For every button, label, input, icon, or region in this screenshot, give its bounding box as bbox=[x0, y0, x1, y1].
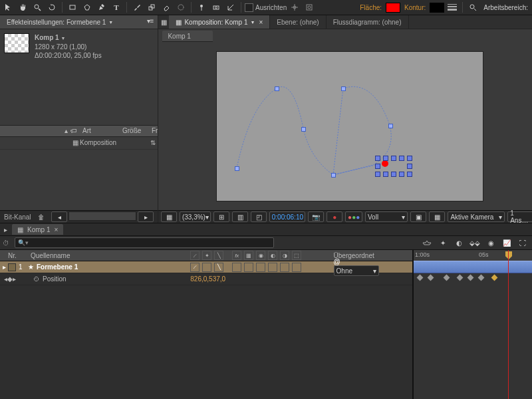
property-row[interactable]: ◂◆▸ ⏲ Position 826,0,537,0 bbox=[0, 273, 412, 285]
timecode-icon[interactable]: ⏱ bbox=[3, 239, 12, 247]
switch[interactable] bbox=[268, 263, 277, 272]
transform-handle[interactable] bbox=[383, 172, 388, 177]
timecode-display[interactable]: 0:00:06:10 bbox=[269, 211, 305, 222]
transform-handle[interactable] bbox=[375, 172, 380, 177]
time-ruler[interactable]: 1:00s 05s bbox=[414, 250, 532, 261]
keyframe-icon[interactable] bbox=[417, 275, 424, 281]
path-vertex[interactable] bbox=[235, 166, 239, 171]
resolution-dropdown[interactable]: Voll▾ bbox=[365, 211, 408, 222]
canvas-area[interactable] bbox=[158, 42, 532, 210]
path-vertex[interactable] bbox=[275, 86, 279, 91]
roto-tool-icon[interactable] bbox=[174, 1, 188, 13]
frame-blend-icon[interactable]: ◐ bbox=[452, 237, 466, 249]
flowchart-icon[interactable]: ⇅ bbox=[148, 139, 158, 146]
lock-icon[interactable]: ▦ bbox=[158, 16, 169, 28]
switch[interactable] bbox=[256, 263, 265, 272]
project-item-row[interactable]: ▦ Komposition ⇅ bbox=[0, 137, 158, 150]
path-vertex[interactable] bbox=[341, 86, 346, 91]
snap2-icon[interactable] bbox=[303, 1, 316, 13]
camera-tool-icon[interactable] bbox=[209, 1, 223, 13]
hand-tool-icon[interactable] bbox=[16, 1, 29, 13]
composition-canvas[interactable] bbox=[216, 51, 483, 201]
cti-head[interactable] bbox=[505, 251, 512, 259]
comp-subtab[interactable]: Komp 1 bbox=[162, 31, 213, 42]
keyframe-icon[interactable] bbox=[428, 275, 434, 281]
trash-icon[interactable]: 🗑 bbox=[38, 213, 45, 221]
switch[interactable]: ⟋ bbox=[190, 263, 200, 272]
roi-icon[interactable]: ▣ bbox=[410, 211, 426, 222]
pen-tool-icon[interactable] bbox=[95, 1, 108, 13]
collapse-switch-icon[interactable]: ✦ bbox=[202, 251, 211, 260]
switch[interactable] bbox=[202, 263, 211, 272]
col-fr[interactable]: Fr bbox=[152, 127, 158, 134]
snap-icon[interactable] bbox=[288, 1, 301, 13]
collapse-icon[interactable]: ▸ bbox=[4, 226, 12, 233]
transform-handle[interactable] bbox=[407, 164, 412, 169]
clone-tool-icon[interactable] bbox=[145, 1, 158, 13]
close-icon[interactable]: × bbox=[54, 226, 58, 233]
sort-arrow-icon[interactable]: ▴ bbox=[61, 127, 70, 134]
channel-icon[interactable]: ● bbox=[327, 211, 342, 222]
switch[interactable] bbox=[292, 263, 301, 272]
3d-switch-icon[interactable]: ◑ bbox=[280, 251, 289, 260]
fill-swatch[interactable] bbox=[386, 3, 400, 13]
path-vertex[interactable] bbox=[301, 127, 306, 132]
transform-handle[interactable] bbox=[399, 172, 404, 177]
shape-layer[interactable] bbox=[382, 160, 388, 167]
switch[interactable] bbox=[244, 263, 253, 272]
transform-handle[interactable] bbox=[383, 156, 388, 161]
zoom-dropdown[interactable]: (33,3%) ▾ bbox=[180, 211, 211, 222]
rotate-tool-icon[interactable] bbox=[45, 1, 59, 13]
keyframe-icon[interactable] bbox=[457, 275, 464, 281]
motion-blur-icon[interactable]: ⬙⬙ bbox=[468, 237, 481, 249]
comp-thumbnail[interactable] bbox=[4, 33, 29, 53]
path-vertex[interactable] bbox=[388, 124, 393, 128]
transparency-icon[interactable]: ▦ bbox=[429, 211, 445, 222]
selection-tool-icon[interactable] bbox=[1, 1, 15, 13]
transform-handle[interactable] bbox=[391, 172, 396, 177]
comp-button-icon[interactable]: ✦ bbox=[436, 237, 450, 249]
alpha-icon[interactable]: ▦ bbox=[161, 211, 177, 222]
path-vertex[interactable] bbox=[331, 173, 336, 178]
mask-icon[interactable]: ◰ bbox=[251, 211, 267, 222]
expand-icon[interactable]: ⛶ bbox=[516, 237, 529, 249]
shy-switch-icon[interactable]: ⟋ bbox=[190, 251, 200, 260]
guides-icon[interactable]: ▥ bbox=[232, 211, 248, 222]
stroke-width-icon[interactable] bbox=[446, 1, 459, 13]
frameblend-switch-icon[interactable]: ▦ bbox=[244, 251, 253, 260]
text-tool-icon[interactable]: T bbox=[110, 1, 123, 13]
transform-handle[interactable] bbox=[391, 156, 396, 161]
current-time-indicator[interactable] bbox=[508, 250, 509, 399]
motionblur-switch-icon[interactable]: ◉ bbox=[256, 251, 265, 260]
channels-icon[interactable]: ●●● bbox=[345, 211, 362, 222]
switch[interactable] bbox=[280, 263, 289, 272]
keyframe-nav-icon[interactable]: ◂◆▸ bbox=[0, 275, 16, 283]
tab-layer[interactable]: Ebene: (ohne) bbox=[270, 15, 326, 29]
3d-switch2-icon[interactable]: ⬚ bbox=[292, 251, 301, 260]
timeline-search-input[interactable]: 🔍▾ bbox=[15, 237, 274, 248]
transform-handle[interactable] bbox=[399, 156, 404, 161]
camera-dropdown[interactable]: Aktive Kamera▾ bbox=[448, 211, 505, 222]
shape-tool-icon[interactable] bbox=[80, 1, 94, 13]
keyframe-track[interactable] bbox=[414, 272, 532, 283]
timeline-tracks[interactable]: 1:00s 05s bbox=[413, 250, 532, 399]
tab-composition[interactable]: ▦ Komposition: Komp 1 ▼ × bbox=[169, 15, 270, 29]
tab-flowchart[interactable]: Flussdiagramm: (ohne) bbox=[327, 15, 409, 29]
col-type[interactable]: Art bbox=[80, 127, 122, 134]
close-icon[interactable]: × bbox=[259, 19, 263, 26]
pickwhip-icon[interactable]: @ bbox=[334, 258, 340, 265]
effect-settings-tab[interactable]: Effekteinstellungen: Formebene 1 ▼ ▾≡ bbox=[0, 15, 158, 29]
bit-depth-label[interactable]: Bit-Kanal bbox=[4, 213, 31, 221]
align-checkbox[interactable]: Ausrichten bbox=[245, 3, 287, 12]
adjustment-switch-icon[interactable]: ◐ bbox=[268, 251, 277, 260]
col-size[interactable]: Größe bbox=[122, 127, 152, 134]
brush-tool-icon[interactable] bbox=[130, 1, 144, 13]
fx-switch-icon[interactable]: fx bbox=[232, 251, 241, 260]
scrollbar[interactable] bbox=[68, 211, 136, 221]
shy-icon[interactable] bbox=[420, 237, 434, 249]
switch[interactable]: ╲ bbox=[214, 263, 223, 272]
snapshot-icon[interactable]: 📷 bbox=[308, 211, 324, 222]
transform-handle[interactable] bbox=[407, 156, 412, 161]
tag-icon[interactable]: 🏷 bbox=[70, 127, 80, 134]
zoom-tool-icon[interactable] bbox=[31, 1, 44, 13]
